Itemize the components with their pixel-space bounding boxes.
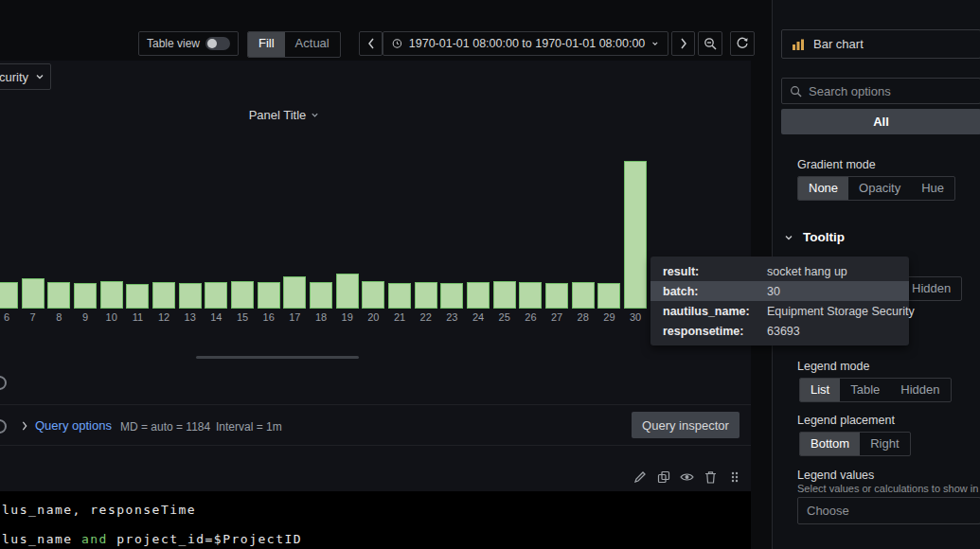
search-placeholder: Search options <box>809 84 891 98</box>
x-tick-28: 28 <box>570 311 597 323</box>
bar-19[interactable] <box>336 274 359 309</box>
bar-18[interactable] <box>310 282 332 309</box>
bar-22[interactable] <box>415 282 437 309</box>
x-tick-12: 12 <box>151 311 177 323</box>
x-tick-14: 14 <box>203 311 229 323</box>
bar-16[interactable] <box>258 282 280 309</box>
legend-values-input[interactable]: Choose <box>797 497 980 524</box>
options-search-input[interactable]: Search options <box>781 78 980 104</box>
trash-icon[interactable] <box>704 469 718 484</box>
x-tick-6: 6 <box>0 311 20 323</box>
time-shift-forward-button[interactable] <box>671 31 695 56</box>
interval-text: Interval = 1m <box>216 420 282 434</box>
eye-icon[interactable] <box>680 469 694 484</box>
option-list[interactable]: List <box>800 379 840 401</box>
bar-29[interactable] <box>597 283 620 309</box>
bar-20[interactable] <box>362 281 384 309</box>
refresh-button[interactable] <box>730 31 755 56</box>
divider <box>0 404 751 405</box>
bar-30[interactable] <box>624 161 647 309</box>
option-right[interactable]: Right <box>860 433 909 455</box>
panel-edit-main: curity Panel Title 678910111213141516171… <box>0 61 751 549</box>
bar-21[interactable] <box>388 283 411 309</box>
time-range-text: 1970-01-01 08:00:00 to 1970-01-01 08:00:… <box>409 37 646 50</box>
gradient-mode-switch: NoneOpacityHue <box>797 176 955 201</box>
code-token-plain: lus_name, responseTime <box>2 503 196 517</box>
query-inspector-button[interactable]: Query inspector <box>632 412 739 438</box>
panel-title-text: Panel Title <box>249 108 307 122</box>
legend-values-label: Legend values <box>797 469 874 482</box>
visualization-picker-label: Bar chart <box>813 37 864 51</box>
option-actual[interactable]: Actual <box>285 32 340 57</box>
bar-23[interactable] <box>440 283 463 309</box>
bar-14[interactable] <box>205 282 227 309</box>
bar-13[interactable] <box>179 283 202 309</box>
clock-icon <box>392 37 402 50</box>
option-bottom[interactable]: Bottom <box>800 433 860 455</box>
tooltip-row-label: batch: <box>663 285 767 298</box>
divider <box>0 445 751 446</box>
x-tick-29: 29 <box>596 311 622 323</box>
bar-6[interactable] <box>0 282 18 309</box>
bar-9[interactable] <box>74 283 97 309</box>
time-range-picker[interactable]: 1970-01-01 08:00:00 to 1970-01-01 08:00:… <box>383 31 668 56</box>
bar-27[interactable] <box>545 283 568 309</box>
bar-15[interactable] <box>231 281 254 309</box>
code-token-plain: project_id=$ProjectID <box>108 532 302 546</box>
time-shift-back-button[interactable] <box>359 31 383 56</box>
choose-placeholder: Choose <box>807 504 849 518</box>
option-table[interactable]: Table <box>840 379 890 401</box>
x-tick-26: 26 <box>517 311 543 323</box>
partial-icon-circle <box>0 376 7 390</box>
drag-handle-icon[interactable] <box>727 469 741 484</box>
panel-title[interactable]: Panel Title <box>218 108 350 122</box>
option-opacity[interactable]: Opacity <box>848 177 911 200</box>
x-tick-18: 18 <box>308 311 334 323</box>
tab-all[interactable]: All <box>781 109 980 134</box>
refresh-icon <box>736 37 749 50</box>
copy-icon[interactable] <box>656 469 670 484</box>
edit-pencil-icon[interactable] <box>633 469 647 484</box>
option-hidden[interactable]: Hidden <box>901 277 961 300</box>
legend-mode-label: Legend mode <box>797 360 869 373</box>
bar-24[interactable] <box>467 282 490 309</box>
x-tick-30: 30 <box>622 311 649 323</box>
table-view-toggle[interactable] <box>205 37 230 50</box>
horizontal-scrollbar-thumb[interactable] <box>196 356 359 359</box>
bar-7[interactable] <box>22 278 45 309</box>
tooltip-mode-switch: Hidden <box>900 276 962 301</box>
code-token-keyword: and <box>81 532 108 546</box>
option-none[interactable]: None <box>798 177 848 200</box>
chevron-right-icon[interactable] <box>21 421 28 431</box>
bar-chart-plot <box>0 161 663 309</box>
code-line-2: lus_name and project_id=$ProjectID <box>2 532 302 546</box>
zoom-out-button[interactable] <box>698 31 722 56</box>
bar-17[interactable] <box>283 276 306 309</box>
x-tick-8: 8 <box>45 311 72 323</box>
bar-11[interactable] <box>126 284 149 309</box>
bar-26[interactable] <box>519 282 542 309</box>
x-tick-7: 7 <box>20 311 46 323</box>
option-fill[interactable]: Fill <box>248 32 285 57</box>
code-line-1: lus_name, responseTime <box>2 503 196 517</box>
x-tick-15: 15 <box>229 311 256 323</box>
bar-10[interactable] <box>100 281 123 309</box>
variable-dropdown[interactable]: curity <box>0 63 51 90</box>
bar-8[interactable] <box>47 282 70 309</box>
tooltip-section-header[interactable]: Tooltip <box>784 230 845 244</box>
sql-code-editor[interactable]: lus_name, responseTime lus_name and proj… <box>0 491 751 549</box>
option-hidden[interactable]: Hidden <box>890 379 950 401</box>
tooltip-row-value: 63693 <box>767 325 800 338</box>
bar-25[interactable] <box>493 281 516 309</box>
x-tick-21: 21 <box>386 311 413 323</box>
tooltip-row-value: Equipment Storage Security <box>767 305 915 318</box>
legend-placement-label: Legend placement <box>797 414 895 427</box>
option-hue[interactable]: Hue <box>911 177 954 200</box>
visualization-picker[interactable]: Bar chart <box>781 29 980 59</box>
bar-28[interactable] <box>572 282 595 309</box>
x-tick-16: 16 <box>256 311 282 323</box>
bar-12[interactable] <box>152 282 175 309</box>
query-options-link[interactable]: Query options <box>35 418 112 433</box>
top-toolbar: Table view FillActual 1970-01-01 08:00:0… <box>0 0 772 61</box>
x-axis-labels: 6789101112131415161718192021222324252627… <box>0 311 663 325</box>
